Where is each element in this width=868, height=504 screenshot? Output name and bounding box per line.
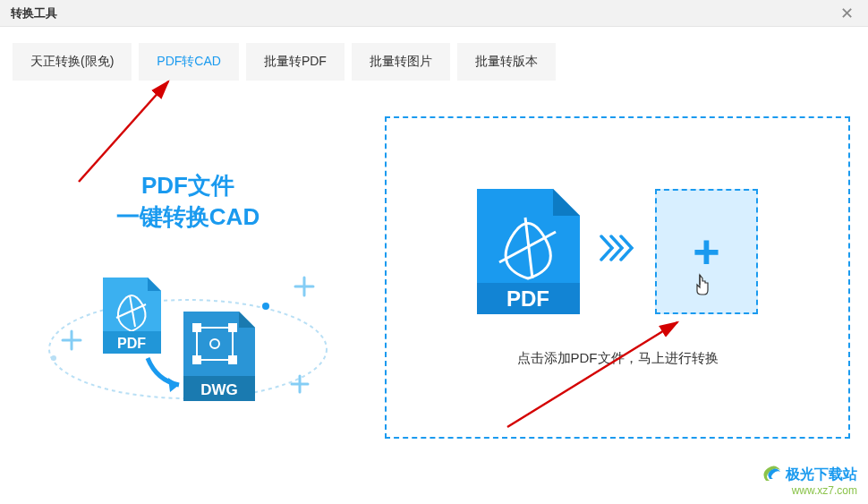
add-file-button[interactable]: + [655,189,758,314]
drop-content: PDF + [477,189,758,314]
svg-text:DWG: DWG [200,381,238,398]
promo-graphic: PDF DWG [36,251,340,430]
promo-line2: 一键转换CAD [18,201,358,233]
watermark-logo-icon [762,465,782,484]
drop-hint-text: 点击添加PDF文件，马上进行转换 [517,350,719,367]
titlebar: 转换工具 ✕ [0,0,868,27]
tab-tianzheng[interactable]: 天正转换(限免) [13,43,132,81]
tab-batch-image[interactable]: 批量转图片 [352,43,450,81]
promo-line1: PDF文件 [18,170,358,201]
svg-rect-18 [228,355,237,364]
svg-rect-16 [228,323,237,332]
content-area: PDF文件 一键转换CAD [0,81,868,457]
svg-rect-15 [192,323,201,332]
svg-text:PDF: PDF [506,286,549,311]
pdf-dwg-illustration-icon: PDF DWG [36,251,340,430]
pdf-large-icon: PDF [477,189,580,314]
svg-marker-13 [168,378,179,392]
tab-batch-version[interactable]: 批量转版本 [457,43,556,81]
tab-batch-pdf[interactable]: 批量转PDF [246,43,345,81]
promo-panel: PDF文件 一键转换CAD [18,116,358,439]
window-title: 转换工具 [11,5,57,21]
cursor-icon [692,273,711,296]
arrow-to-add-icon [503,315,691,431]
svg-point-4 [51,355,56,361]
tabs-bar: 天正转换(限免) PDF转CAD 批量转PDF 批量转图片 批量转版本 [0,27,868,81]
svg-rect-17 [192,355,201,364]
svg-point-3 [262,303,269,310]
svg-line-28 [507,322,677,427]
promo-title: PDF文件 一键转换CAD [18,170,358,233]
chevron-right-icon [600,235,635,268]
drop-zone[interactable]: PDF + 点击添加PDF文件，马上进行转换 [385,116,850,439]
watermark-url: www.xz7.com [762,484,857,497]
close-icon[interactable]: ✕ [836,3,857,24]
watermark-brand: 极光下载站 [762,465,857,484]
svg-text:PDF: PDF [117,336,146,351]
watermark: 极光下载站 www.xz7.com [762,465,857,497]
plus-icon: + [693,225,719,278]
tab-pdf-to-cad[interactable]: PDF转CAD [139,43,239,81]
